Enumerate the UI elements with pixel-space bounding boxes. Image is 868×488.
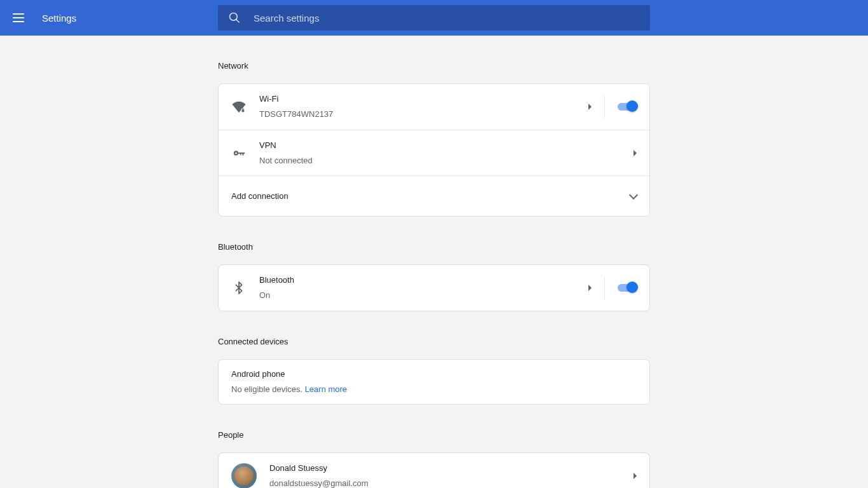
bluetooth-body: Bluetooth On: [259, 274, 588, 302]
android-subtitle: No eligible devices. Learn more: [231, 383, 637, 396]
section-label-people: People: [218, 430, 650, 452]
vpn-key-icon: [231, 146, 247, 161]
vpn-subtitle: Not connected: [259, 154, 634, 167]
add-connection-title: Add connection: [231, 190, 630, 203]
section-label-bluetooth: Bluetooth: [218, 242, 650, 264]
chevron-right-icon[interactable]: [634, 473, 637, 479]
bluetooth-icon: [231, 280, 247, 295]
android-phone-row: Android phone No eligible devices. Learn…: [219, 360, 649, 404]
divider: [604, 95, 605, 118]
chevron-right-icon[interactable]: [634, 150, 637, 156]
wifi-subtitle: TDSGT784WN2137: [259, 108, 588, 121]
android-title: Android phone: [231, 368, 637, 381]
people-card: Donald Stuessy donaldstuessy@gmail.com: [218, 452, 650, 488]
bluetooth-toggle[interactable]: [618, 284, 637, 292]
svg-rect-7: [240, 152, 241, 155]
learn-more-link[interactable]: Learn more: [305, 384, 347, 394]
svg-rect-6: [243, 152, 244, 156]
divider: [604, 276, 605, 299]
bluetooth-subtitle: On: [259, 289, 588, 302]
search-input[interactable]: [254, 13, 640, 24]
avatar: [231, 463, 257, 488]
user-email: donaldstuessy@gmail.com: [269, 477, 634, 488]
svg-line-1: [236, 20, 240, 23]
add-connection-body: Add connection: [231, 190, 630, 203]
section-label-network: Network: [218, 61, 650, 83]
wifi-title: Wi-Fi: [259, 93, 588, 105]
user-body: Donald Stuessy donaldstuessy@gmail.com: [269, 462, 634, 488]
bluetooth-row[interactable]: Bluetooth On: [219, 265, 649, 311]
android-subtitle-text: No eligible devices.: [231, 384, 305, 394]
menu-button[interactable]: [13, 10, 28, 25]
vpn-title: VPN: [259, 139, 634, 152]
svg-rect-3: [242, 110, 245, 112]
search-bar[interactable]: [218, 5, 650, 30]
add-connection-row[interactable]: Add connection: [219, 175, 649, 216]
page-title: Settings: [42, 13, 76, 24]
bluetooth-card: Bluetooth On: [218, 264, 650, 311]
svg-point-8: [235, 152, 237, 154]
wifi-toggle[interactable]: [618, 103, 637, 111]
vpn-row[interactable]: VPN Not connected: [219, 130, 649, 175]
android-body: Android phone No eligible devices. Learn…: [231, 368, 637, 396]
wifi-body: Wi-Fi TDSGT784WN2137: [259, 93, 588, 121]
network-card: Wi-Fi TDSGT784WN2137 VPN Not connected: [218, 83, 650, 217]
section-label-connected: Connected devices: [218, 337, 650, 359]
search-icon: [228, 11, 241, 24]
connected-card: Android phone No eligible devices. Learn…: [218, 359, 650, 405]
wifi-icon: [231, 99, 247, 114]
bluetooth-title: Bluetooth: [259, 274, 588, 287]
chevron-right-icon[interactable]: [588, 285, 592, 291]
svg-point-0: [230, 13, 238, 21]
wifi-row[interactable]: Wi-Fi TDSGT784WN2137: [219, 84, 649, 130]
user-row[interactable]: Donald Stuessy donaldstuessy@gmail.com: [219, 453, 649, 488]
chevron-down-icon[interactable]: [629, 190, 638, 199]
header: Settings: [0, 0, 868, 36]
content: Network Wi-Fi TDSGT784WN2137: [218, 36, 650, 488]
chevron-right-icon[interactable]: [588, 104, 592, 110]
vpn-body: VPN Not connected: [259, 139, 634, 167]
user-name: Donald Stuessy: [269, 462, 634, 475]
